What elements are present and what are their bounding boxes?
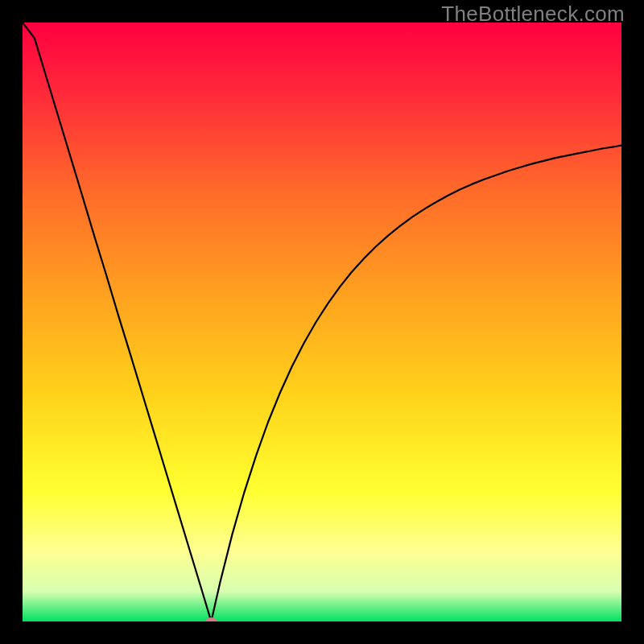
chart-frame: TheBottleneck.com bbox=[0, 0, 644, 644]
bottleneck-chart bbox=[23, 23, 621, 621]
gradient-background bbox=[23, 23, 621, 621]
